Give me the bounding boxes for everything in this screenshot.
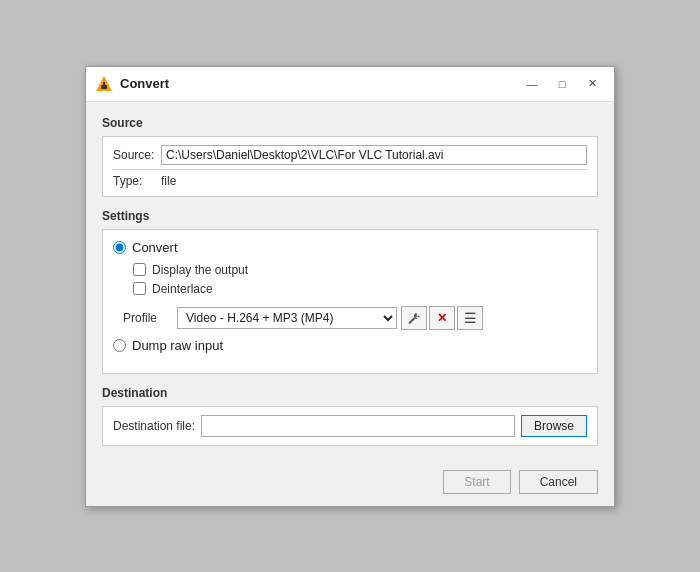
profile-label: Profile	[123, 311, 177, 325]
destination-section: Destination file: Browse	[102, 406, 598, 446]
settings-section: Convert Display the output Deinterlace P…	[102, 229, 598, 374]
convert-radio-label[interactable]: Convert	[132, 240, 178, 255]
type-label: Type:	[113, 174, 161, 188]
source-label: Source:	[113, 148, 161, 162]
dump-radio-label[interactable]: Dump raw input	[132, 338, 223, 353]
browse-button[interactable]: Browse	[521, 415, 587, 437]
convert-radio[interactable]	[113, 241, 126, 254]
profile-select[interactable]: Video - H.264 + MP3 (MP4) Video - H.265 …	[177, 307, 397, 329]
close-button[interactable]: ✕	[578, 73, 606, 95]
footer: Start Cancel	[86, 470, 614, 506]
window-title: Convert	[120, 76, 518, 91]
display-output-row: Display the output	[133, 263, 587, 277]
minimize-button[interactable]: —	[518, 73, 546, 95]
display-output-label[interactable]: Display the output	[152, 263, 248, 277]
dest-file-row: Destination file: Browse	[113, 415, 587, 437]
source-section: Source: Type: file	[102, 136, 598, 197]
deinterlace-checkbox[interactable]	[133, 282, 146, 295]
main-content: Source Source: Type: file Settings Conve…	[86, 102, 614, 470]
dest-file-label: Destination file:	[113, 419, 195, 433]
convert-window: Convert — □ ✕ Source Source: Type: file …	[85, 66, 615, 507]
profile-row: Profile Video - H.264 + MP3 (MP4) Video …	[123, 306, 587, 330]
deinterlace-label[interactable]: Deinterlace	[152, 282, 213, 296]
cancel-button[interactable]: Cancel	[519, 470, 598, 494]
title-bar: Convert — □ ✕	[86, 67, 614, 102]
maximize-button[interactable]: □	[548, 73, 576, 95]
profile-buttons: ✕ ☰	[401, 306, 483, 330]
profile-list-button[interactable]: ☰	[457, 306, 483, 330]
profile-delete-button[interactable]: ✕	[429, 306, 455, 330]
source-section-label: Source	[102, 116, 598, 130]
profile-settings-button[interactable]	[401, 306, 427, 330]
svg-rect-2	[103, 82, 105, 86]
settings-section-label: Settings	[102, 209, 598, 223]
dump-radio-row: Dump raw input	[113, 338, 587, 353]
wrench-icon	[407, 311, 421, 325]
source-path-input[interactable]	[161, 145, 587, 165]
start-button[interactable]: Start	[443, 470, 510, 494]
deinterlace-row: Deinterlace	[133, 282, 587, 296]
convert-radio-row: Convert	[113, 240, 587, 255]
window-controls: — □ ✕	[518, 73, 606, 95]
type-value: file	[161, 174, 176, 188]
display-output-checkbox[interactable]	[133, 263, 146, 276]
destination-file-input[interactable]	[201, 415, 515, 437]
delete-icon: ✕	[437, 311, 447, 325]
vlc-icon	[94, 74, 114, 94]
source-type-row: Type: file	[113, 174, 587, 188]
source-path-row: Source:	[113, 145, 587, 165]
list-icon: ☰	[464, 310, 477, 326]
source-divider	[113, 169, 587, 170]
dump-radio[interactable]	[113, 339, 126, 352]
destination-section-label: Destination	[102, 386, 598, 400]
